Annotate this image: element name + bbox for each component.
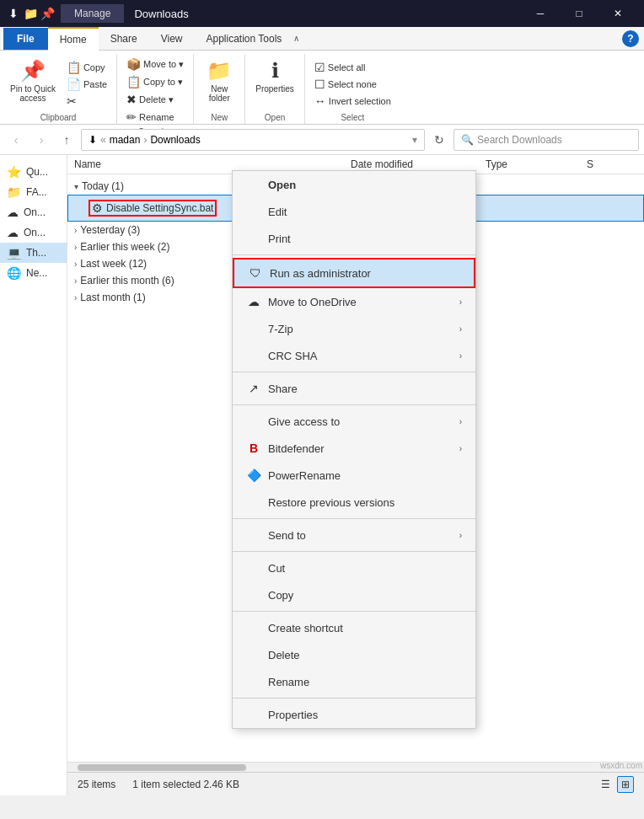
copy-to-button[interactable]: 📋 Copy to ▾ [122, 73, 188, 90]
ctx-properties[interactable]: Properties [233, 701, 475, 728]
ctx-7zip[interactable]: 7-Zip › [233, 315, 475, 342]
sidebar-item-quick[interactable]: ⭐ Qu... [0, 162, 67, 182]
path-madan[interactable]: madan [110, 134, 141, 146]
new-label: New [211, 113, 228, 122]
minimize-button[interactable]: ─ [521, 0, 560, 27]
ctx-crc-sha[interactable]: CRC SHA › [233, 342, 475, 369]
separator3: ▾ [412, 134, 417, 146]
ctx-delete[interactable]: Delete [233, 641, 475, 668]
ctx-sep6 [233, 611, 475, 612]
network-icon: 🌐 [7, 266, 21, 280]
address-path[interactable]: ⬇ « madan › Downloads ▾ [81, 129, 425, 151]
copy-button[interactable]: 📋 Copy [62, 59, 111, 76]
ctx-move-onedrive[interactable]: ☁ Move to OneDrive › [233, 288, 475, 315]
maximize-button[interactable]: □ [560, 0, 598, 27]
chevron-yesterday: › [74, 226, 77, 235]
move-to-button[interactable]: 📦 Move to ▾ [122, 56, 188, 72]
ctx-print[interactable]: Print [233, 225, 475, 252]
select-all-button[interactable]: ☑ Select all [310, 59, 395, 76]
bat-file-icon: ⚙ [92, 201, 103, 215]
ribbon-collapse-icon[interactable]: ∧ [293, 34, 299, 43]
sidebar-label-fa: FA... [26, 186, 47, 198]
scroll-thumb[interactable] [78, 764, 246, 771]
new-group: 📁 New folder New [194, 54, 245, 124]
ctx-bitdefender[interactable]: B Bitdefender › [233, 435, 475, 462]
tab-application-tools[interactable]: Application Tools [195, 28, 294, 50]
ctx-open[interactable]: Open [233, 171, 475, 198]
select-none-button[interactable]: ☐ Select none [310, 76, 395, 93]
manage-tab[interactable]: Manage [61, 4, 124, 23]
organize-col: 📦 Move to ▾ 📋 Copy to ▾ ✖ Delete ▾ ✏ Ren… [122, 56, 188, 126]
delete-button[interactable]: ✖ Delete ▾ [122, 91, 188, 108]
group-label-earlier-week: Earlier this week (2) [80, 241, 169, 253]
col-date-header[interactable]: Date modified [351, 158, 486, 170]
ctx-cut[interactable]: Cut [233, 554, 475, 581]
ctx-crc-arrow: › [459, 351, 462, 361]
ctx-crc-icon [246, 348, 261, 363]
list-view-button[interactable]: ⊞ [617, 776, 634, 793]
sidebar-item-thispc[interactable]: 💻 Th... [0, 243, 67, 263]
sidebar-label-network: Ne... [26, 267, 47, 279]
col-name-header[interactable]: Name [74, 158, 351, 170]
ribbon: 📌 Pin to Quick access 📋 Copy 📄 Paste ✂ C… [0, 51, 644, 125]
sidebar-item-onedrive1[interactable]: ☁ On... [0, 202, 67, 222]
details-view-button[interactable]: ☰ [597, 776, 614, 793]
invert-selection-button[interactable]: ↔ Invert selection [310, 93, 395, 110]
col-type-header[interactable]: Type [486, 158, 587, 170]
ctx-copy[interactable]: Copy [233, 581, 475, 608]
pin-to-quick-access-button[interactable]: 📌 Pin to Quick access [5, 56, 61, 106]
up-button[interactable]: ↑ [56, 129, 78, 151]
ctx-edit[interactable]: Edit [233, 198, 475, 225]
window-title: Downloads [134, 8, 521, 20]
copyto-icon: 📋 [126, 75, 141, 88]
ctx-create-shortcut[interactable]: Create shortcut [233, 614, 475, 641]
sidebar-item-onedrive2[interactable]: ☁ On... [0, 222, 67, 243]
pin-icon: 📌 [20, 59, 46, 83]
sidebar-label-thispc: Th... [26, 247, 46, 259]
ctx-share[interactable]: ↗ Share [233, 375, 475, 402]
sidebar: ⭐ Qu... 📁 FA... ☁ On... ☁ On... 💻 Th... … [0, 155, 67, 795]
properties-button[interactable]: ℹ Properties [250, 56, 299, 97]
ctx-onedrive-label: Move to OneDrive [268, 296, 357, 308]
sidebar-item-fa[interactable]: 📁 FA... [0, 182, 67, 202]
help-button[interactable]: ? [622, 30, 639, 47]
ctx-bitdefender-icon: B [246, 441, 261, 456]
refresh-button[interactable]: ↻ [428, 129, 450, 151]
search-icon: 🔍 [461, 134, 474, 146]
paste-button[interactable]: 📄 Paste [62, 76, 111, 93]
back-button[interactable]: ‹ [5, 129, 27, 151]
select-col: ☑ Select all ☐ Select none ↔ Invert sele… [310, 56, 395, 110]
onedrive1-icon: ☁ [7, 206, 19, 219]
ctx-restore-label: Restore previous versions [268, 496, 394, 509]
ctx-bitdefender-label: Bitdefender [268, 442, 325, 455]
rename-button[interactable]: ✏ Rename [122, 109, 188, 126]
ctx-send-to[interactable]: Send to › [233, 522, 475, 549]
col-size-header[interactable]: S [587, 158, 637, 170]
ctx-sendto-label: Send to [268, 529, 306, 542]
ctx-sep3 [233, 404, 475, 405]
sidebar-item-network[interactable]: 🌐 Ne... [0, 263, 67, 283]
ctx-cut-label: Cut [268, 562, 285, 575]
open-group: ℹ Properties Open [245, 54, 305, 124]
horizontal-scrollbar[interactable] [67, 762, 644, 772]
ctx-share-label: Share [268, 383, 298, 395]
ctx-give-access[interactable]: Give access to › [233, 408, 475, 435]
context-menu: Open Edit Print 🛡 Run as administrator ☁… [232, 170, 476, 729]
tab-home[interactable]: Home [48, 27, 99, 51]
group-label-yesterday: Yesterday (3) [80, 224, 140, 236]
new-folder-button[interactable]: 📁 New folder [199, 56, 239, 106]
ctx-run-as-admin[interactable]: 🛡 Run as administrator [233, 258, 475, 288]
pin-icon: 📌 [40, 7, 54, 20]
forward-button[interactable]: › [30, 129, 52, 151]
search-box[interactable]: 🔍 Search Downloads [453, 129, 639, 151]
tab-share[interactable]: Share [99, 28, 149, 50]
title-bar-icons: ⬇ 📁 📌 [7, 7, 54, 20]
ctx-rename[interactable]: Rename [233, 668, 475, 695]
ctx-powerrename[interactable]: 🔷 PowerRename [233, 462, 475, 489]
ctx-restore-versions[interactable]: Restore previous versions [233, 489, 475, 516]
tab-view[interactable]: View [149, 28, 195, 50]
close-button[interactable]: ✕ [598, 0, 637, 27]
tab-file[interactable]: File [3, 28, 48, 50]
cut-button[interactable]: ✂ [62, 93, 111, 110]
path-downloads[interactable]: Downloads [150, 134, 200, 146]
